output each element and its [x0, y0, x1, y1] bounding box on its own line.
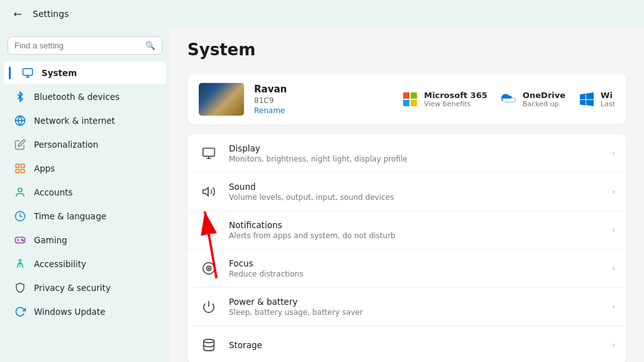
- sidebar-item-apps[interactable]: Apps: [4, 157, 166, 180]
- onedrive-icon: [500, 90, 518, 108]
- search-input[interactable]: [14, 41, 140, 50]
- svg-marker-19: [203, 188, 208, 196]
- page-title: System: [187, 40, 626, 59]
- gaming-icon: [14, 234, 26, 246]
- sidebar-item-update[interactable]: Windows Update: [4, 300, 166, 323]
- notifications-title: Notifications: [229, 220, 602, 230]
- settings-list: Display Monitors, brightness, night ligh…: [187, 134, 626, 362]
- settings-item-sound[interactable]: Sound Volume levels, output, input, soun…: [187, 173, 626, 211]
- sidebar-label-bluetooth: Bluetooth & devices: [34, 92, 119, 102]
- sidebar-label-accessibility: Accessibility: [34, 259, 86, 269]
- device-name: Ravan: [254, 84, 391, 95]
- privacy-icon: [14, 282, 26, 294]
- app-title: Settings: [33, 9, 69, 19]
- sound-desc: Volume levels, output, input, sound devi…: [229, 193, 602, 202]
- sound-title: Sound: [229, 182, 602, 192]
- sidebar-label-update: Windows Update: [34, 307, 105, 317]
- notifications-text: Notifications Alerts from apps and syste…: [229, 220, 602, 240]
- storage-title: Storage: [229, 340, 602, 350]
- sidebar-label-system: System: [42, 68, 77, 78]
- svg-rect-5: [21, 164, 25, 167]
- sidebar-label-network: Network & internet: [34, 116, 115, 126]
- windows-badge[interactable]: Wi Last: [578, 90, 615, 108]
- settings-item-power[interactable]: Power & battery Sleep, battery usage, ba…: [187, 288, 626, 326]
- device-id: 81C9: [254, 96, 391, 105]
- title-bar: ← Settings: [0, 0, 644, 28]
- svg-point-8: [18, 188, 22, 192]
- power-icon: [199, 297, 219, 317]
- svg-point-22: [208, 268, 209, 269]
- device-card: Ravan 81C9 Rename: [187, 74, 626, 124]
- ms365-badge[interactable]: Microsoft 365 View benefits: [401, 90, 487, 108]
- power-title: Power & battery: [229, 297, 602, 307]
- sidebar-item-accessibility[interactable]: Accessibility: [4, 253, 166, 275]
- sidebar-item-gaming[interactable]: Gaming: [4, 229, 166, 251]
- svg-rect-0: [23, 69, 33, 75]
- rename-link[interactable]: Rename: [254, 106, 391, 115]
- onedrive-text: OneDrive Backed up: [523, 90, 565, 108]
- sidebar-label-accounts: Accounts: [34, 187, 73, 197]
- sidebar-label-privacy: Privacy & security: [34, 283, 111, 293]
- notifications-chevron: ›: [612, 226, 615, 234]
- svg-point-15: [19, 260, 21, 261]
- focus-desc: Reduce distractions: [229, 270, 602, 278]
- storage-chevron: ›: [612, 341, 615, 349]
- apps-icon: [14, 162, 26, 175]
- search-icon: 🔍: [145, 41, 155, 50]
- settings-item-display[interactable]: Display Monitors, brightness, night ligh…: [187, 134, 626, 173]
- windows-title: Wi: [601, 90, 615, 100]
- svg-rect-4: [16, 164, 19, 167]
- sound-chevron: ›: [612, 187, 615, 196]
- sidebar-item-accounts[interactable]: Accounts: [4, 181, 166, 204]
- sidebar-item-system[interactable]: System: [4, 62, 166, 84]
- sidebar: 🔍 System Bluetooth & devices Network & i…: [0, 28, 170, 362]
- settings-item-storage[interactable]: Storage ›: [187, 326, 626, 362]
- power-chevron: ›: [612, 302, 615, 311]
- bluetooth-icon: [14, 90, 26, 103]
- svg-point-14: [23, 240, 24, 241]
- content-header: System: [170, 28, 644, 74]
- svg-rect-6: [16, 170, 19, 173]
- settings-item-focus[interactable]: Focus Reduce distractions ›: [187, 250, 626, 288]
- display-title: Display: [229, 143, 602, 153]
- sidebar-item-personalization[interactable]: Personalization: [4, 133, 166, 156]
- ms365-icon: [401, 90, 419, 108]
- sidebar-item-time[interactable]: Time & language: [4, 205, 166, 228]
- update-icon: [14, 305, 26, 318]
- personalization-icon: [14, 138, 26, 151]
- storage-text: Storage: [229, 340, 602, 350]
- svg-rect-16: [203, 148, 214, 156]
- sound-icon: [199, 182, 219, 202]
- ms365-title: Microsoft 365: [424, 90, 487, 100]
- ms365-text: Microsoft 365 View benefits: [424, 90, 487, 108]
- time-icon: [14, 210, 26, 222]
- sidebar-label-personalization: Personalization: [34, 140, 98, 150]
- power-desc: Sleep, battery usage, battery saver: [229, 308, 602, 317]
- notifications-desc: Alerts from apps and system, do not dist…: [229, 231, 602, 240]
- focus-chevron: ›: [612, 264, 615, 273]
- display-chevron: ›: [612, 149, 615, 158]
- settings-item-notifications[interactable]: Notifications Alerts from apps and syste…: [187, 211, 626, 250]
- accounts-icon: [14, 186, 26, 199]
- ms365-subtitle: View benefits: [424, 100, 487, 108]
- display-text: Display Monitors, brightness, night ligh…: [229, 143, 602, 163]
- sidebar-item-bluetooth[interactable]: Bluetooth & devices: [4, 85, 166, 108]
- windows-icon: [578, 90, 596, 108]
- back-button[interactable]: ←: [10, 6, 25, 21]
- storage-icon: [199, 335, 219, 355]
- onedrive-badge[interactable]: OneDrive Backed up: [500, 90, 565, 108]
- display-icon: [199, 143, 219, 163]
- network-icon: [14, 114, 26, 127]
- sidebar-label-gaming: Gaming: [34, 235, 67, 245]
- power-text: Power & battery Sleep, battery usage, ba…: [229, 297, 602, 317]
- focus-icon: [199, 258, 219, 278]
- system-icon: [21, 67, 34, 79]
- sidebar-item-privacy[interactable]: Privacy & security: [4, 277, 166, 299]
- sidebar-label-apps: Apps: [34, 163, 55, 173]
- main-content: System Ravan 81C9 Rename: [170, 28, 644, 362]
- notifications-icon: [199, 220, 219, 240]
- onedrive-title: OneDrive: [523, 90, 565, 100]
- sidebar-item-network[interactable]: Network & internet: [4, 109, 166, 132]
- device-info: Ravan 81C9 Rename: [254, 84, 391, 115]
- focus-text: Focus Reduce distractions: [229, 258, 602, 278]
